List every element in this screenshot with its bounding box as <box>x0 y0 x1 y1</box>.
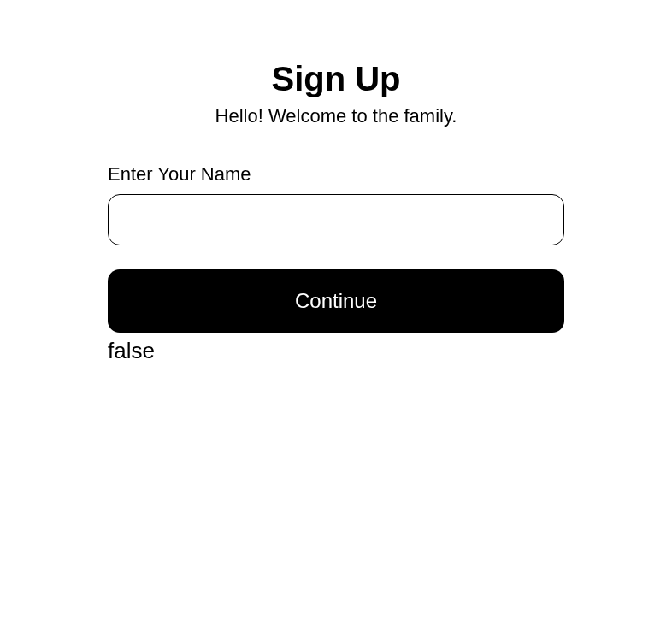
page-title: Sign Up <box>108 60 564 98</box>
name-input[interactable] <box>108 194 564 245</box>
continue-button[interactable]: Continue <box>108 269 564 333</box>
status-text: false <box>108 338 564 364</box>
signup-form-container: Sign Up Hello! Welcome to the family. En… <box>108 0 564 364</box>
page-subtitle: Hello! Welcome to the family. <box>108 105 564 127</box>
name-field-label: Enter Your Name <box>108 163 564 186</box>
